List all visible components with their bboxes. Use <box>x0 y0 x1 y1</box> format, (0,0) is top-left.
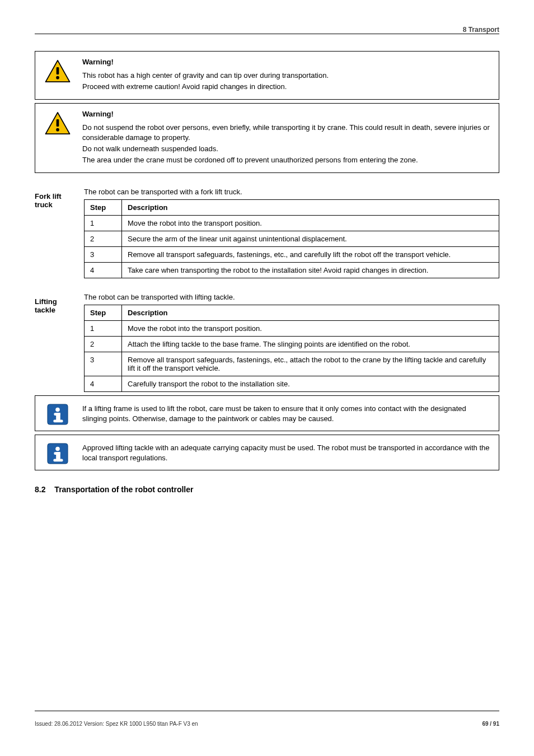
footer-page: 69 / 91 <box>482 721 499 727</box>
step-number: 4 <box>85 262 122 278</box>
svg-rect-4 <box>57 119 59 127</box>
lifting-steps-table: Step Description 1 Move the robot into t… <box>84 305 499 392</box>
table-row: 3 Remove all transport safeguards, faste… <box>85 352 499 376</box>
lifting-intro: The robot can be transported with liftin… <box>84 293 499 301</box>
svg-rect-15 <box>53 459 63 461</box>
info-icon-cell <box>43 402 72 425</box>
svg-point-2 <box>56 76 59 80</box>
bottom-rule <box>35 711 499 711</box>
warning-icon-cell <box>43 57 72 94</box>
section-title: Transportation of the robot controller <box>54 485 193 494</box>
warning-icon <box>44 59 71 83</box>
svg-rect-1 <box>57 67 59 74</box>
table-header-desc: Description <box>122 199 499 215</box>
table-row: 1 Move the robot into the transport posi… <box>85 320 499 336</box>
step-desc: Attach the lifting tackle to the base fr… <box>122 336 499 352</box>
section-number: 8.2 <box>35 485 45 494</box>
top-rule <box>35 34 499 34</box>
table-row: 2 Secure the arm of the linear unit agai… <box>85 231 499 246</box>
svg-rect-9 <box>56 413 60 421</box>
info-icon-cell <box>43 441 72 464</box>
step-number: 4 <box>85 376 122 391</box>
table-header-step: Step <box>85 305 122 320</box>
step-desc: Take care when transporting the robot to… <box>122 262 499 278</box>
warning-1-line-2: Proceed with extreme caution! Avoid rapi… <box>82 82 329 92</box>
warning-1-heading: Warning! <box>82 57 329 67</box>
forklift-steps-table: Step Description 1 Move the robot into t… <box>84 199 499 278</box>
warning-1-text: Warning! This robot has a high center of… <box>82 57 329 94</box>
info-icon <box>47 443 68 464</box>
forklift-row: Fork lift truck The robot can be transpo… <box>35 188 499 278</box>
warning-2-line-1: Do not suspend the robot over persons, e… <box>82 123 491 143</box>
warning-2-line-3: The area under the crane must be cordone… <box>82 155 491 165</box>
step-desc: Remove all transport safeguards, fasteni… <box>122 352 499 376</box>
step-number: 1 <box>85 320 122 336</box>
forklift-intro: The robot can be transported with a fork… <box>84 188 499 196</box>
info-icon <box>47 404 68 425</box>
info-box-1: If a lifting frame is used to lift the r… <box>35 395 499 431</box>
warning-box-2: Warning! Do not suspend the robot over p… <box>35 103 499 173</box>
step-desc: Secure the arm of the linear unit agains… <box>122 231 499 246</box>
step-number: 3 <box>85 352 122 376</box>
step-number: 2 <box>85 231 122 246</box>
warning-icon <box>44 111 71 135</box>
lifting-row: Lifting tackle The robot can be transpor… <box>35 293 499 392</box>
step-desc: Carefully transport the robot to the ins… <box>122 376 499 391</box>
table-row: 1 Move the robot into the transport posi… <box>85 215 499 231</box>
table-row: 4 Take care when transporting the robot … <box>85 262 499 278</box>
warning-2-line-2: Do not walk underneath suspended loads. <box>82 144 491 154</box>
step-desc: Move the robot into the transport positi… <box>122 215 499 231</box>
table-header-step: Step <box>85 199 122 215</box>
svg-point-12 <box>55 446 60 451</box>
section-heading: 8.2 Transportation of the robot controll… <box>35 485 499 494</box>
warning-2-text: Warning! Do not suspend the robot over p… <box>82 109 491 167</box>
warning-box-1: Warning! This robot has a high center of… <box>35 51 499 100</box>
info-box-2: Approved lifting tackle with an adequate… <box>35 435 499 470</box>
table-row: 3 Remove all transport safeguards, faste… <box>85 246 499 262</box>
step-number: 1 <box>85 215 122 231</box>
warning-1-line-1: This robot has a high center of gravity … <box>82 71 329 81</box>
footer-left: Issued: 28.06.2012 Version: Spez KR 1000… <box>35 721 198 727</box>
step-desc: Move the robot into the transport positi… <box>122 320 499 336</box>
header-section: 8 Transport <box>463 26 499 34</box>
svg-point-5 <box>56 128 59 131</box>
svg-rect-10 <box>53 419 63 422</box>
svg-point-7 <box>55 407 60 412</box>
warning-icon-cell <box>43 109 72 167</box>
info-1-text: If a lifting frame is used to lift the r… <box>82 402 491 425</box>
table-row: 4 Carefully transport the robot to the i… <box>85 376 499 391</box>
step-number: 3 <box>85 246 122 262</box>
info-2-text: Approved lifting tackle with an adequate… <box>82 441 491 464</box>
warning-2-heading: Warning! <box>82 109 491 119</box>
footer: Issued: 28.06.2012 Version: Spez KR 1000… <box>35 721 499 727</box>
step-number: 2 <box>85 336 122 352</box>
table-row: 2 Attach the lifting tackle to the base … <box>85 336 499 352</box>
forklift-label: Fork lift truck <box>35 188 68 278</box>
lifting-label: Lifting tackle <box>35 293 68 392</box>
table-header-desc: Description <box>122 305 499 320</box>
step-desc: Remove all transport safeguards, fasteni… <box>122 246 499 262</box>
svg-rect-14 <box>56 452 60 460</box>
